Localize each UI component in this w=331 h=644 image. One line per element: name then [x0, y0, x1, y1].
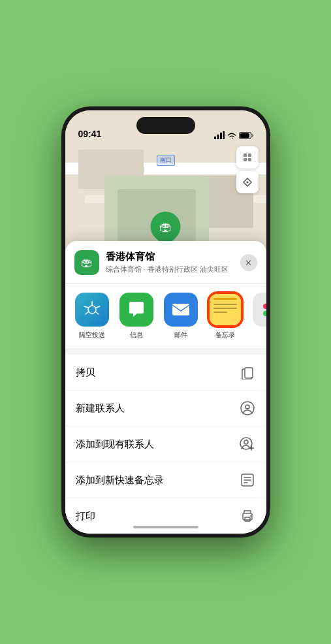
share-item-messages[interactable]: 信息: [118, 293, 155, 340]
action-list: 拷贝 新建联系人: [65, 355, 266, 534]
share-item-notes[interactable]: 备忘录: [206, 293, 244, 340]
signal-icon: [214, 131, 225, 139]
notes-line-3: [213, 312, 228, 313]
svg-rect-3: [223, 131, 225, 139]
messages-label: 信息: [130, 330, 143, 340]
action-new-contact-label: 新建联系人: [76, 402, 125, 415]
svg-point-21: [250, 515, 251, 517]
new-contact-icon: [239, 400, 256, 417]
print-icon: [239, 507, 256, 524]
svg-rect-12: [172, 304, 189, 315]
bottom-sheet: 🏟 香港体育馆 综合体育馆 · 香港特别行政区 油尖旺区 ✕: [65, 241, 266, 534]
venue-icon: 🏟: [74, 250, 99, 275]
status-time: 09:41: [78, 129, 102, 139]
action-copy-label: 拷贝: [76, 366, 95, 379]
svg-rect-9: [248, 158, 251, 161]
notes-label: 备忘录: [215, 330, 235, 340]
phone-screen: 09:41: [65, 110, 266, 534]
svg-rect-19: [243, 513, 252, 520]
notes-lines: [213, 304, 237, 313]
phone-frame: 09:41: [61, 106, 270, 538]
battery-icon: [239, 132, 253, 139]
action-copy[interactable]: 拷贝: [65, 355, 266, 391]
close-icon: ✕: [245, 258, 252, 268]
add-existing-icon: [239, 436, 256, 453]
notes-line-1: [213, 304, 237, 305]
svg-rect-1: [217, 135, 219, 139]
venue-info: 香港体育馆 综合体育馆 · 香港特别行政区 油尖旺区: [106, 251, 234, 274]
action-new-contact[interactable]: 新建联系人: [65, 391, 266, 427]
venue-subtitle: 综合体育馆 · 香港特别行政区 油尖旺区: [106, 265, 234, 274]
venue-name: 香港体育馆: [106, 251, 234, 263]
svg-point-10: [246, 182, 248, 184]
share-row: 隔空投送 信息: [65, 283, 266, 349]
more-icon: [253, 293, 266, 327]
share-item-more[interactable]: 提: [251, 293, 266, 340]
svg-rect-20: [245, 517, 250, 521]
svg-rect-0: [214, 137, 216, 139]
wifi-icon: [227, 132, 236, 139]
share-item-airdrop[interactable]: 隔空投送: [73, 293, 111, 340]
map-location-button[interactable]: [236, 171, 259, 193]
svg-rect-8: [244, 158, 247, 161]
action-add-existing-label: 添加到现有联系人: [76, 438, 154, 451]
venue-header: 🏟 香港体育馆 综合体育馆 · 香港特别行政区 油尖旺区 ✕: [65, 241, 266, 283]
svg-rect-2: [220, 133, 222, 139]
action-quick-note[interactable]: 添加到新快速备忘录: [65, 462, 266, 498]
share-item-mail[interactable]: 邮件: [162, 293, 200, 340]
svg-rect-5: [240, 133, 249, 138]
map-controls: [236, 146, 259, 196]
map-layers-button[interactable]: [236, 146, 259, 169]
mail-label: 邮件: [174, 330, 187, 340]
notes-icon: [208, 293, 242, 327]
airdrop-label: 隔空投送: [79, 330, 105, 340]
svg-rect-13: [245, 368, 253, 378]
notes-line-2: [213, 308, 237, 309]
map-north-label: 南口: [157, 155, 175, 166]
svg-point-11: [88, 306, 96, 314]
venue-close-button[interactable]: ✕: [240, 254, 257, 271]
map-pin-venue-icon: 🏟: [159, 219, 172, 234]
action-quick-note-label: 添加到新快速备忘录: [76, 474, 164, 487]
airdrop-icon: [75, 293, 109, 327]
action-print-label: 打印: [76, 510, 95, 523]
messages-icon: [119, 293, 153, 327]
mail-icon: [164, 293, 198, 327]
status-icons: [214, 131, 253, 139]
home-indicator: [133, 526, 198, 528]
dynamic-island: [136, 117, 195, 134]
copy-icon: [239, 364, 256, 381]
svg-point-17: [244, 440, 248, 444]
svg-rect-7: [248, 153, 251, 157]
svg-rect-6: [244, 153, 247, 157]
action-add-existing[interactable]: 添加到现有联系人: [65, 427, 266, 462]
quick-note-icon: [239, 472, 256, 489]
svg-point-15: [245, 405, 249, 409]
notes-inner: [210, 294, 241, 325]
